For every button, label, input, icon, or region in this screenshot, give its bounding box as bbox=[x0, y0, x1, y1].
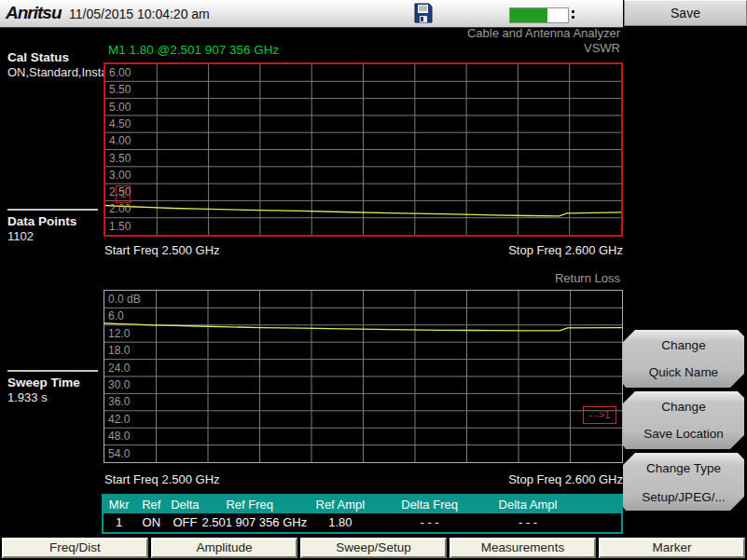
cell-ref-freq: 2.501 907 356 GHz bbox=[201, 513, 297, 532]
menu-marker[interactable]: Marker bbox=[599, 538, 745, 558]
start-freq-label: Start Freq 2.500 GHz bbox=[104, 472, 220, 486]
y-axis-label: 2.50 bbox=[109, 185, 131, 198]
col-header: Ref bbox=[134, 496, 168, 513]
softkey-change-quick-name[interactable]: Change Quick Name bbox=[623, 330, 744, 388]
softkey-line: Setup/JPEG/... bbox=[642, 490, 725, 504]
cell-ref: ON bbox=[134, 513, 168, 532]
y-axis-label: 30.0 bbox=[108, 378, 130, 391]
title-bar: Anritsu 11/05/2015 10:04:20 am bbox=[0, 0, 623, 28]
cell-delta-ampl: - - - bbox=[477, 513, 580, 532]
softkey-change-save-location[interactable]: Change Save Location bbox=[623, 391, 744, 449]
start-freq-label: Start Freq 2.500 GHz bbox=[104, 243, 220, 257]
y-axis-label: 42.0 bbox=[108, 413, 130, 426]
col-header: Mkr bbox=[104, 496, 134, 513]
y-axis-label: 5.50 bbox=[109, 83, 131, 96]
datetime-display: 11/05/2015 10:04:20 am bbox=[69, 7, 210, 21]
marker-table-header: Mkr Ref Delta Ref Freq Ref Ampl Delta Fr… bbox=[104, 496, 621, 513]
battery-fill bbox=[510, 8, 547, 22]
vswr-chart: 1 6.005.505.004.504.003.503.002.502.001.… bbox=[104, 62, 623, 237]
col-header: Delta Ampl bbox=[477, 496, 580, 513]
battery-terminal-icon bbox=[572, 16, 574, 19]
menu-freq-dist[interactable]: Freq/Dist bbox=[2, 538, 148, 558]
y-axis-label: 0.0 dB bbox=[108, 293, 141, 306]
col-header: Ref Ampl bbox=[297, 496, 383, 513]
menu-sweep-setup[interactable]: Sweep/Setup bbox=[300, 538, 447, 558]
stop-freq-label: Stop Freq 2.600 GHz bbox=[373, 243, 623, 257]
y-axis-label: 5.00 bbox=[109, 101, 131, 114]
marker-readout: M1 1.80 @2.501 907 356 GHz bbox=[108, 43, 279, 57]
analyzer-screen: Anritsu 11/05/2015 10:04:20 am Save Cabl… bbox=[0, 0, 747, 560]
y-axis-label: 24.0 bbox=[108, 362, 130, 375]
menu-measurements[interactable]: Measurements bbox=[450, 538, 596, 558]
y-axis-label: 48.0 bbox=[108, 430, 130, 443]
softkey-line: Change bbox=[661, 338, 705, 352]
stop-freq-label: Stop Freq 2.600 GHz bbox=[373, 472, 623, 486]
y-axis-label: 6.0 bbox=[108, 309, 124, 322]
battery-indicator bbox=[509, 7, 569, 23]
y-axis-label: 4.50 bbox=[109, 117, 131, 130]
cal-status-value: ON,Standard,Insta bbox=[7, 65, 108, 79]
y-axis-label: 3.50 bbox=[109, 152, 131, 165]
y-axis-label: 2.00 bbox=[109, 202, 131, 215]
save-button[interactable]: Save bbox=[624, 0, 747, 26]
cell-mkr: 1 bbox=[104, 513, 134, 532]
y-axis-label: 18.0 bbox=[108, 344, 130, 357]
app-title: Cable and Antenna Analyzer bbox=[336, 26, 620, 40]
softkey-line: Change Type bbox=[646, 461, 721, 475]
sweep-time-value: 1.933 s bbox=[7, 390, 48, 404]
cell-ref-ampl: 1.80 bbox=[297, 513, 383, 532]
marker-table: Mkr Ref Delta Ref Freq Ref Ampl Delta Fr… bbox=[102, 494, 623, 534]
y-axis-label: 4.00 bbox=[109, 134, 131, 147]
sweep-time-label: Sweep Time bbox=[7, 376, 80, 389]
sidebar-divider bbox=[7, 209, 98, 211]
y-axis-label: 12.0 bbox=[108, 327, 130, 340]
anritsu-logo: Anritsu bbox=[6, 3, 62, 23]
data-points-value: 1102 bbox=[7, 229, 34, 243]
cell-delta-freq: - - - bbox=[383, 513, 477, 532]
col-header: Ref Freq bbox=[201, 496, 297, 513]
data-points-label: Data Points bbox=[7, 214, 76, 228]
battery-terminal-icon bbox=[572, 10, 574, 13]
y-axis-label: 1.50 bbox=[109, 220, 131, 233]
menu-amplitude[interactable]: Amplitude bbox=[151, 538, 297, 558]
return-loss-chart: - ->1 0.0 dB6.012.018.024.030.036.042.04… bbox=[104, 290, 623, 463]
y-axis-label: 3.00 bbox=[109, 169, 131, 182]
chart2-title: Return Loss bbox=[336, 271, 620, 285]
sidebar-divider bbox=[7, 370, 98, 372]
softkey-line: Quick Name bbox=[649, 365, 718, 379]
cell-delta: OFF bbox=[168, 513, 201, 532]
softkey-line: Save Location bbox=[643, 427, 724, 441]
col-header: Delta Freq bbox=[383, 496, 477, 513]
chart1-title: VSWR bbox=[336, 41, 620, 55]
y-axis-label: 54.0 bbox=[108, 447, 130, 460]
offscreen-marker-indicator: - ->1 bbox=[583, 406, 616, 424]
col-header: Delta bbox=[168, 496, 201, 513]
floppy-disk-icon bbox=[414, 3, 433, 27]
chart-canvas bbox=[105, 64, 621, 235]
chart-canvas bbox=[104, 291, 622, 462]
softkey-line: Change bbox=[661, 400, 705, 414]
cal-status-label: Cal Status bbox=[7, 50, 69, 64]
softkey-change-type[interactable]: Change Type Setup/JPEG/... bbox=[623, 453, 744, 512]
y-axis-label: 6.00 bbox=[109, 66, 131, 79]
y-axis-label: 36.0 bbox=[108, 395, 130, 408]
table-row: 1 ON OFF 2.501 907 356 GHz 1.80 - - - - … bbox=[104, 513, 621, 532]
